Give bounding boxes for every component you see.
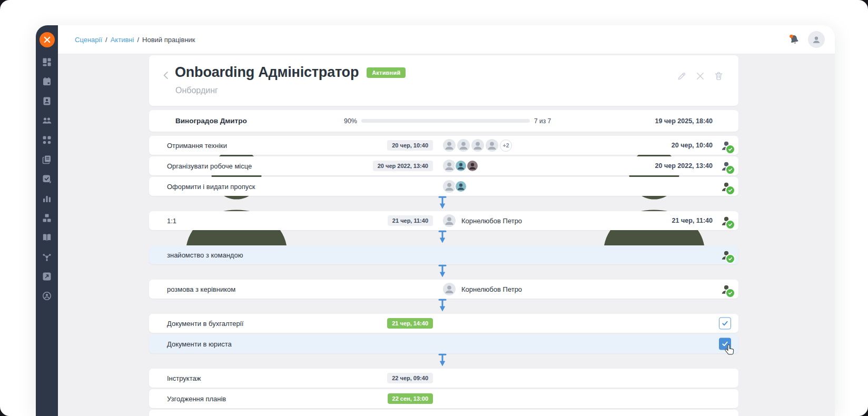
- completed-check-icon: [725, 144, 735, 154]
- sidebar-item-analytics[interactable]: [42, 194, 52, 203]
- breadcrumb-scenarios[interactable]: Сценарії: [75, 36, 102, 44]
- network-icon: [42, 252, 52, 262]
- task-label: Отримання техніки: [167, 142, 227, 150]
- task-row[interactable]: Інструктаж22 чер, 09:40: [149, 369, 738, 388]
- flow-arrow-icon: [437, 196, 448, 210]
- assignee-avatar: [443, 180, 456, 193]
- employee-progress-row[interactable]: Виноградов Дмитро 90% 7 из 7 19 чер 2025…: [149, 110, 738, 132]
- task-status-avatar: [719, 248, 733, 262]
- task-row[interactable]: Організувати робоче місце20 чер 2022, 13…: [149, 156, 738, 175]
- edit-button[interactable]: [677, 71, 687, 81]
- task-row[interactable]: Оформити і видати пропуск: [149, 177, 738, 196]
- completed-check-icon: [725, 254, 735, 264]
- knowledge-base-icon: [42, 233, 52, 242]
- task-row[interactable]: Документи в бухгалтерії21 чер, 14:40: [149, 314, 738, 333]
- user-menu-avatar[interactable]: [808, 31, 825, 48]
- calendar-icon: [42, 77, 52, 86]
- flow-arrow-icon: [437, 230, 448, 244]
- sidebar-item-workflow[interactable]: [42, 135, 52, 145]
- page-subtitle: Онбординг: [175, 86, 218, 95]
- sidebar-item-contacts[interactable]: [42, 96, 52, 106]
- due-date-badge: 20 чер, 10:40: [387, 140, 433, 151]
- people-icon: [42, 116, 52, 125]
- back-button[interactable]: [161, 70, 171, 81]
- task-row[interactable]: Документи в юриста: [149, 334, 738, 353]
- task-label: Оформити і видати пропуск: [167, 183, 255, 191]
- employee-name: Виноградов Дмитро: [175, 117, 247, 125]
- main-area: Сценарії / Активні / Новий працівник: [58, 25, 835, 416]
- sidebar-item-people[interactable]: [42, 116, 52, 125]
- sidebar-item-dashboard[interactable]: [42, 57, 52, 67]
- profile-icon: [42, 291, 52, 301]
- assignee-name: Корнелюбов Петро: [461, 217, 522, 225]
- due-date-badge: 22 чер, 09:40: [387, 373, 433, 383]
- breadcrumb-separator: /: [137, 36, 139, 44]
- assignees[interactable]: Корнелюбов Петро: [443, 214, 522, 227]
- task-label: знайомство з командою: [167, 251, 243, 259]
- sidebar-item-documents[interactable]: [42, 155, 52, 164]
- app-window: Сценарії / Активні / Новий працівник: [36, 25, 835, 416]
- topbar-right: [788, 31, 825, 48]
- delete-button[interactable]: [714, 71, 724, 81]
- breadcrumb-active[interactable]: Активні: [111, 36, 134, 44]
- task-label: Організувати робоче місце: [167, 162, 252, 170]
- task-row[interactable]: Узгодження планів22 сен, 13:00: [149, 389, 738, 408]
- sidebar-item-network[interactable]: [42, 252, 52, 262]
- due-date-badge: 21 чер, 11:40: [388, 215, 433, 226]
- analytics-icon: [42, 194, 52, 203]
- sidebar-nav: [42, 57, 52, 301]
- assignee-avatar: [455, 180, 467, 193]
- due-date-badge: 20 чер 2022, 13:40: [373, 161, 433, 171]
- due-date-badge: 21 чер, 14:40: [387, 318, 433, 329]
- assignee-avatar: [466, 160, 479, 172]
- back-chevron-icon: [161, 70, 171, 81]
- completed-check-icon: [725, 185, 735, 195]
- flow-connector: [149, 353, 738, 367]
- person-icon: [811, 34, 822, 45]
- breadcrumb-current: Новий працівник: [142, 36, 195, 44]
- task-row[interactable]: розмова з керівникомКорнелюбов Петро: [149, 280, 738, 299]
- sidebar-item-integrations[interactable]: [42, 272, 52, 281]
- assignee-avatar: [471, 139, 484, 152]
- notifications-button[interactable]: [788, 34, 800, 45]
- sidebar-item-tasks[interactable]: [42, 174, 52, 184]
- task-checkbox[interactable]: [719, 318, 731, 330]
- top-bar: Сценарії / Активні / Новий працівник: [58, 25, 835, 54]
- task-row[interactable]: 1:121 чер, 11:40Корнелюбов Петро21 чер, …: [149, 211, 738, 230]
- sidebar: [36, 25, 58, 416]
- task-row[interactable]: Отримання техніки20 чер, 10:40+220 чер, …: [149, 136, 738, 155]
- documents-icon: [42, 155, 52, 164]
- pencil-icon: [677, 71, 687, 81]
- cancel-button[interactable]: [695, 71, 705, 81]
- flow-arrow-icon: [437, 299, 448, 312]
- task-row[interactable]: [149, 410, 738, 416]
- task-status-avatar: [719, 138, 733, 152]
- completed-datetime: 20 чер 2022, 13:40: [655, 162, 713, 170]
- task-label: Інструктаж: [167, 374, 201, 382]
- assignees-overflow-badge[interactable]: +2: [500, 140, 512, 152]
- sidebar-item-org-structure[interactable]: [42, 213, 52, 223]
- task-label: 1:1: [167, 217, 176, 225]
- sidebar-item-calendar[interactable]: [42, 77, 52, 86]
- sidebar-item-profile[interactable]: [42, 291, 52, 301]
- trash-icon: [714, 71, 724, 81]
- breadcrumb-separator: /: [105, 36, 107, 44]
- assignee-name: Корнелюбов Петро: [461, 285, 522, 293]
- completed-datetime: 20 чер, 10:40: [672, 142, 713, 149]
- assignees[interactable]: Корнелюбов Петро: [443, 283, 522, 295]
- assignees[interactable]: [443, 180, 467, 193]
- task-checkbox[interactable]: [719, 338, 731, 350]
- sidebar-item-knowledge-base[interactable]: [42, 233, 52, 242]
- breadcrumb: Сценарії / Активні / Новий працівник: [75, 36, 195, 44]
- assignees[interactable]: +2: [443, 139, 512, 152]
- app-logo[interactable]: [40, 32, 55, 47]
- org-structure-icon: [42, 213, 52, 223]
- task-label: Документи в бухгалтерії: [167, 320, 243, 328]
- assignees[interactable]: [443, 160, 479, 172]
- task-status-avatar: [719, 214, 733, 227]
- assignee-avatar: [455, 160, 467, 172]
- task-label: розмова з керівником: [167, 285, 235, 293]
- assignee-avatar: [443, 160, 456, 172]
- dashboard-icon: [42, 57, 52, 67]
- task-row[interactable]: знайомство з командою: [149, 245, 738, 264]
